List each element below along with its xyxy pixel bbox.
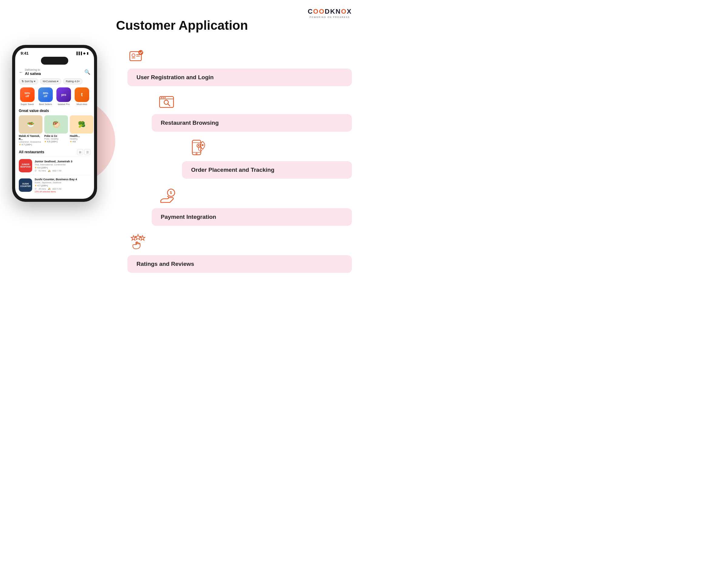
restaurant-info-1: Sushi Counter, Business Bay 4 Sushi, Jap… (35, 177, 90, 193)
best-sellers-badge: 30%off (38, 87, 53, 102)
svg-line-12 (168, 104, 170, 106)
food-cuisine-2: Healthy, (70, 138, 93, 140)
feature-payment-integration: $ Payment Integration (121, 186, 352, 226)
restaurant-time-1: 35 mins (38, 188, 46, 190)
svg-point-9 (162, 97, 164, 98)
svg-point-8 (161, 97, 162, 98)
food-cuisine-1: Poke, Healthy (44, 138, 68, 140)
phone-device: 9:41 ▐▐▐ ◈ ▮ ← Deliveri (12, 45, 97, 202)
grid-view-icon[interactable]: ⊞ (77, 149, 83, 155)
super-saver-label: Super Saver (19, 103, 36, 106)
svg-text:$: $ (170, 191, 172, 195)
restaurants-section-title: All restaurants (19, 150, 44, 154)
rating-filter[interactable]: Rating 4.0+ (63, 78, 83, 84)
svg-point-1 (132, 54, 135, 57)
talabat-pro-badge: pro (56, 87, 71, 102)
category-best-sellers[interactable]: 30%off Best Sellers (37, 87, 54, 106)
best-sellers-label: Best Sellers (37, 103, 54, 106)
food-card-1[interactable]: 🥙 Poke & Co Poke, Healthy ★ 4.5 (100+) (44, 115, 68, 146)
sort-filter[interactable]: ⇅ Sort by ▾ (19, 78, 38, 84)
phone-location-icon (188, 139, 208, 159)
payment-integration-label: Payment Integration (152, 208, 352, 226)
svg-marker-27 (135, 234, 141, 240)
ratings-icon-area (121, 233, 352, 253)
deals-section-title: Great value deals (19, 109, 90, 113)
wifi-icon: ◈ (83, 52, 86, 55)
svg-point-20 (202, 144, 204, 146)
cuisines-chevron: ▾ (57, 80, 59, 83)
header-left: ← Delivering to Al satwa (19, 68, 41, 76)
food-rating-0: ★ 4.7 (100+) (19, 143, 42, 146)
location-name: Al satwa (25, 71, 41, 76)
phone-screen: 9:41 ▐▐▐ ◈ ▮ ← Deliveri (15, 48, 94, 199)
svg-point-10 (164, 97, 165, 98)
restaurant-name-1: Sushi Counter, Business Bay 4 (35, 177, 90, 181)
logo: COODKNOX POWERING ON PROGRESS (308, 7, 352, 18)
food-cards: 🥗 Malak Al Tawouk, R... Lebanese, Shawar… (19, 115, 90, 146)
main-layout: 9:41 ▐▐▐ ◈ ▮ ← Deliveri (0, 45, 364, 280)
food-img-1: 🥙 (44, 115, 68, 134)
logo-sub: POWERING ON PROGRESS (310, 16, 350, 18)
app-header: ← Delivering to Al satwa 🔍 (19, 66, 90, 78)
feature-restaurant-browsing: Restaurant Browsing (121, 93, 352, 132)
restaurant-logo-1: SUSHICOUNTER (19, 178, 32, 192)
category-must-tries[interactable]: t Must-tries (73, 87, 90, 106)
category-super-saver[interactable]: 50%off Super Saver (19, 87, 36, 106)
clock-icon: ⏱ (35, 170, 37, 172)
restaurant-logo-0: JUNIORSEAFOOD (19, 159, 32, 172)
restaurant-fee-1: AED 5.50 (53, 188, 62, 190)
restaurant-time-0: 41 mins (38, 170, 46, 172)
features-column: User Registration and Login Restaurant B… (121, 45, 352, 280)
back-button[interactable]: ← (19, 70, 23, 75)
food-name-1: Poke & Co (44, 135, 68, 138)
restaurants-header: All restaurants ⊞ ☰ (19, 149, 90, 155)
stars-hand-icon (127, 233, 149, 253)
restaurant-item-0[interactable]: JUNIORSEAFOOD Junior Seafood, Jumeirah 3… (19, 156, 90, 175)
svg-point-21 (199, 150, 200, 151)
cuisines-label: Cuisines (46, 80, 57, 83)
user-id-card-icon (127, 48, 146, 66)
restaurant-search-icon (158, 93, 177, 112)
rating-label: Rating 4.0+ (66, 80, 80, 83)
must-tries-label: Must-tries (73, 103, 90, 106)
restaurant-offer-1: 15% off selected items (35, 191, 90, 193)
svg-point-23 (202, 150, 202, 151)
location-info: Delivering to Al satwa (25, 68, 41, 76)
phone-content: ← Delivering to Al satwa 🔍 ⇅ Sort by (15, 66, 94, 199)
status-bar: 9:41 ▐▐▐ ◈ ▮ (15, 48, 94, 57)
user-registration-label: User Registration and Login (127, 68, 352, 86)
order-placement-label: Order Placement and Tracking (182, 161, 352, 179)
logo-text: COODKNOX (308, 7, 352, 16)
must-tries-badge: t (74, 87, 89, 102)
restaurant-details-1: ⏱ 35 mins 🛵 AED 5.50 (35, 188, 90, 190)
feature-ratings-reviews: Ratings and Reviews (121, 233, 352, 273)
restaurant-item-1[interactable]: SUSHICOUNTER Sushi Counter, Business Bay… (19, 175, 90, 195)
payment-hand-icon: $ (158, 186, 177, 206)
feature-user-registration: User Registration and Login (121, 48, 352, 86)
restaurant-cuisine-0: Thai, International, Continental (35, 163, 90, 166)
restaurant-name-0: Junior Seafood, Jumeirah 3 (35, 160, 90, 163)
restaurant-info-0: Junior Seafood, Jumeirah 3 Thai, Interna… (35, 160, 90, 172)
view-toggle-icons: ⊞ ☰ (77, 149, 90, 155)
search-button[interactable]: 🔍 (84, 69, 90, 75)
restaurant-cuisine-1: Sushi, Japanese, Seafood (35, 181, 90, 184)
list-view-icon[interactable]: ☰ (84, 149, 90, 155)
delivering-to-label: Delivering to (25, 68, 41, 71)
cuisines-icon: 🍽 (43, 80, 46, 83)
category-talabat-pro[interactable]: pro talabat Pro (55, 87, 72, 106)
food-img-0: 🥗 (19, 115, 42, 134)
super-saver-badge: 50%off (20, 87, 35, 102)
food-rating-2: ★ 4.6 (70, 140, 93, 143)
food-name-0: Malak Al Tawouk, R... (19, 135, 42, 141)
cuisines-filter[interactable]: 🍽 Cuisines ▾ (40, 78, 62, 84)
order-placement-icon-area (121, 139, 352, 159)
ratings-reviews-label: Ratings and Reviews (127, 255, 352, 273)
phone-mockup: 9:41 ▐▐▐ ◈ ▮ ← Deliveri (12, 45, 103, 202)
food-card-0[interactable]: 🥗 Malak Al Tawouk, R... Lebanese, Shawar… (19, 115, 42, 146)
battery-icon: ▮ (87, 52, 89, 55)
restaurant-details-0: ⏱ 41 mins 🛵 AED 7.50 (35, 170, 90, 172)
restaurant-browsing-icon-area (121, 93, 352, 112)
restaurant-list: JUNIORSEAFOOD Junior Seafood, Jumeirah 3… (19, 156, 90, 195)
food-card-2[interactable]: 🥦 Health... Healthy, ★ 4.6 (70, 115, 93, 146)
clock-icon-1: ⏱ (35, 188, 37, 190)
